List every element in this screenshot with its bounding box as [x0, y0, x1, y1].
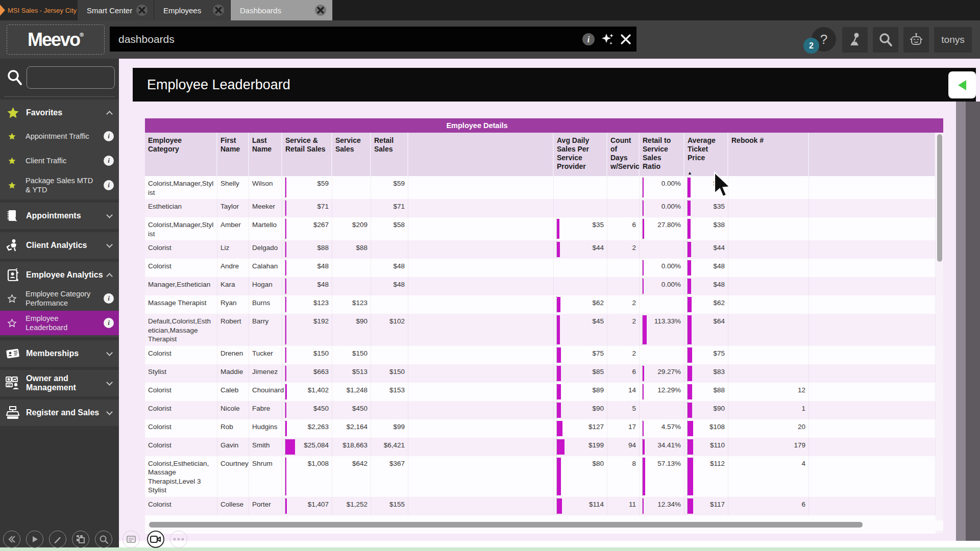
keyboard-card-icon[interactable]: [122, 531, 140, 548]
table-row[interactable]: EstheticianTaylorMeeker$71$710.00%$35: [145, 199, 936, 217]
clear-search-icon[interactable]: [620, 33, 632, 45]
cell-count-of-days-w-service: [607, 277, 640, 295]
cell-value: $48: [317, 280, 329, 289]
cell-avg-daily-sales-per-service-provider: $35: [554, 217, 607, 240]
cell-rebook: [728, 314, 809, 346]
cell-first-name: Ryan: [217, 295, 249, 314]
sidebar-search-input[interactable]: [27, 66, 115, 89]
right-splitter-strip[interactable]: [956, 102, 966, 541]
table-row[interactable]: Massage TherapistRyanBurns$123$123$622$6…: [145, 295, 936, 314]
sidebar-item-employee-category-performance[interactable]: Employee Category Performancei: [0, 286, 119, 311]
robot-icon[interactable]: [903, 27, 929, 53]
close-icon[interactable]: [213, 5, 224, 16]
table-title: Employee Details: [145, 121, 809, 130]
cell-last-name: Fabre: [249, 401, 282, 419]
cell-spacer: [408, 497, 554, 515]
cell-value: $85: [592, 367, 604, 377]
column-header-count-of-days-w-service[interactable]: Count of Days w/Service: [607, 133, 640, 176]
close-icon[interactable]: [136, 5, 148, 16]
table-row[interactable]: StylistMaddieJimenez$663$513$150$85629.2…: [145, 364, 936, 383]
sidebar-item-client-traffic[interactable]: Client Traffici: [0, 148, 119, 173]
cell-service-retail-sales: $150: [282, 346, 332, 364]
column-header-average-ticket-price[interactable]: Average Ticket Price▲: [684, 133, 728, 176]
more-dots-icon[interactable]: [170, 531, 187, 548]
meevo-logo[interactable]: Meevo®: [7, 24, 105, 55]
cell-retail-sales: $99: [371, 419, 408, 438]
table-row[interactable]: ColoristLizDelgado$88$88$442$44: [145, 240, 936, 259]
copy-pages-icon[interactable]: [72, 531, 89, 548]
column-header-service-sales[interactable]: Service Sales: [332, 133, 371, 176]
table-row[interactable]: Manager,EstheticianKaraHogan$48$480.00%$…: [145, 277, 936, 295]
column-header-first-name[interactable]: First Name: [217, 133, 249, 176]
data-bar: [285, 347, 286, 363]
sidebar-item-register-and-sales[interactable]: Register and Sales: [0, 402, 119, 424]
global-search-value[interactable]: dashboards: [118, 33, 582, 45]
info-icon[interactable]: i: [104, 131, 114, 141]
data-bar: [285, 366, 286, 381]
sidebar-item-client-analytics[interactable]: Client Analytics: [0, 234, 119, 257]
sidebar-item-favorites[interactable]: Favorites: [0, 102, 119, 124]
horizontal-scrollbar[interactable]: [149, 522, 863, 528]
cell-value: 2: [632, 243, 636, 253]
app-tab[interactable]: MSI Sales - Jersey City: [0, 0, 78, 20]
pencil-icon[interactable]: [49, 531, 66, 548]
column-header-service-retail-sales[interactable]: Service & Retail Sales: [282, 133, 332, 176]
info-icon[interactable]: i: [104, 318, 114, 328]
info-icon[interactable]: i: [104, 180, 114, 190]
column-header-avg-daily-sales-per-service-provider[interactable]: Avg Daily Sales Per Service Provider: [554, 133, 607, 176]
tab-dashboards[interactable]: Dashboards: [231, 0, 333, 20]
info-icon[interactable]: i: [104, 156, 114, 166]
cell-value: $64: [713, 317, 725, 326]
sidebar-section-employee-analytics: Employee AnalyticsEmployee Category Perf…: [0, 262, 119, 337]
cell-retail-to-service-sales-ratio: 12.29%: [640, 383, 684, 401]
search-icon[interactable]: [873, 27, 898, 53]
collapse-panel-button[interactable]: [948, 71, 976, 98]
table-row[interactable]: ColoristCollesePorter$1,407$1,252$155$11…: [145, 497, 936, 515]
tab-smart-center[interactable]: Smart Center: [78, 0, 154, 20]
cell-retail-sales: [371, 346, 408, 364]
collapse-double-chevron-icon[interactable]: [3, 531, 20, 548]
tab-employees[interactable]: Employees: [154, 0, 231, 20]
sparkle-icon[interactable]: [600, 32, 615, 47]
sidebar-item-employee-analytics[interactable]: Employee Analytics: [0, 264, 119, 286]
table-row[interactable]: Colorist,Manager,StylistAmberMartello$26…: [145, 217, 936, 240]
table-row[interactable]: ColoristRobHudgins$2,263$2,164$99$127174…: [145, 419, 936, 438]
table-row[interactable]: ColoristAndreCalahan$48$480.00%$48: [145, 259, 936, 277]
global-search-bar[interactable]: dashboards i: [110, 27, 636, 52]
sidebar-item-appointment-traffic[interactable]: Appointment Traffici: [0, 124, 119, 148]
table-row[interactable]: Colorist,Esthetician,Massage Therapist,L…: [145, 456, 936, 497]
cell-value: Chouinard: [252, 386, 284, 395]
cell-count-of-days-w-service: 2: [607, 240, 640, 259]
column-header-rebook[interactable]: Rebook #: [728, 133, 809, 176]
column-header-employee-category[interactable]: Employee Category: [145, 133, 217, 176]
table-row[interactable]: Colorist,Manager,StylistShellyWilson$59$…: [145, 176, 936, 199]
table-row[interactable]: Default,Colorist,Esthetician,Massage The…: [145, 314, 936, 346]
joystick-icon[interactable]: [842, 27, 868, 53]
info-icon[interactable]: i: [104, 293, 114, 304]
info-icon[interactable]: i: [582, 33, 595, 46]
video-camera-icon[interactable]: [147, 531, 164, 548]
right-splitter-strip-dark[interactable]: [966, 102, 980, 541]
sidebar-item-owner-and-management[interactable]: Owner and Management: [0, 372, 119, 394]
column-header-last-name[interactable]: Last Name: [249, 133, 282, 176]
data-bar: [285, 403, 286, 418]
data-bar: [557, 458, 561, 495]
play-icon[interactable]: [26, 531, 43, 548]
column-header-retail-to-service-sales-ratio[interactable]: Retail to Service Sales Ratio: [640, 133, 684, 176]
table-row[interactable]: ColoristNicoleFabre$450$450$905$901: [145, 401, 936, 419]
user-button[interactable]: tonys: [934, 27, 972, 53]
sidebar-item-package-sales-mtd-ytd[interactable]: Package Sales MTD & YTDi: [0, 173, 119, 197]
sidebar-item-appointments[interactable]: Appointments: [0, 205, 119, 227]
cell-service-sales: [332, 176, 371, 199]
sidebar-item-memberships[interactable]: Memberships: [0, 342, 119, 365]
table-row[interactable]: ColoristGavinSmith$25,084$18,663$6,421$1…: [145, 438, 936, 456]
sidebar-item-employee-leaderboard[interactable]: Employee Leaderboardi: [0, 311, 119, 335]
column-header-retail-sales[interactable]: Retail Sales: [371, 133, 408, 176]
table-row[interactable]: ColoristCalebChouinard$1,402$1,248$153$8…: [145, 383, 936, 401]
table-row[interactable]: ColoristDrenenTucker$150$150$752$75: [145, 346, 936, 364]
zoom-search-icon[interactable]: [95, 531, 112, 548]
data-bar: [688, 458, 693, 495]
vertical-scrollbar[interactable]: [937, 134, 942, 262]
cell-spacer: [408, 176, 554, 199]
close-icon[interactable]: [315, 5, 326, 16]
